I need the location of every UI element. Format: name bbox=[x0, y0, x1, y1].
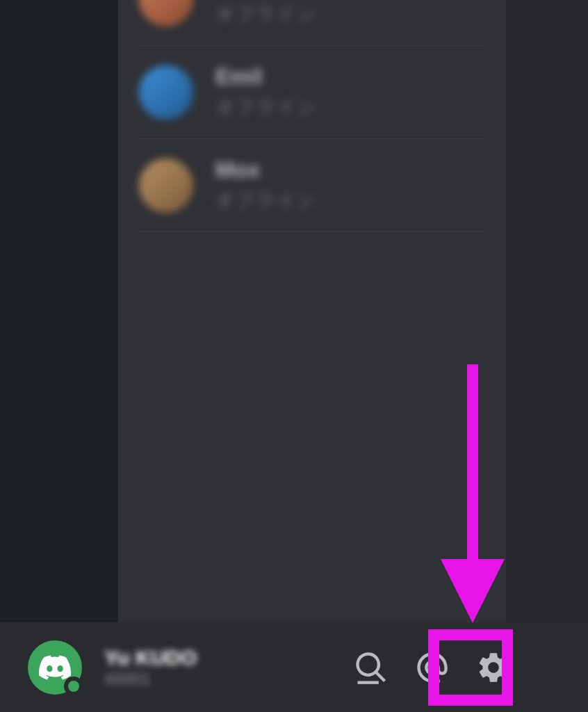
user-info[interactable]: Yu KUDO #0001 bbox=[104, 646, 197, 689]
online-status-dot bbox=[64, 677, 83, 696]
dm-avatar bbox=[139, 65, 193, 120]
list-divider bbox=[139, 138, 485, 139]
dm-status: オフライン bbox=[215, 94, 316, 120]
server-rail bbox=[0, 0, 118, 622]
current-user-tag: #0001 bbox=[104, 670, 197, 689]
dm-status: オフライン bbox=[215, 1, 316, 27]
svg-rect-0 bbox=[358, 681, 379, 683]
dm-item[interactable]: User オフライン bbox=[118, 0, 506, 40]
dm-item[interactable]: Emil オフライン bbox=[118, 51, 506, 133]
dm-avatar bbox=[139, 0, 193, 26]
search-icon bbox=[353, 649, 389, 686]
search-button[interactable] bbox=[352, 648, 391, 687]
dm-item[interactable]: Mox オフライン bbox=[118, 145, 506, 226]
dm-username: Emil bbox=[215, 64, 316, 90]
current-username: Yu KUDO bbox=[104, 646, 197, 670]
user-panel: Yu KUDO #0001 bbox=[0, 622, 588, 712]
list-divider bbox=[139, 232, 485, 232]
dm-username: Mox bbox=[215, 157, 316, 183]
at-icon bbox=[414, 649, 450, 686]
user-avatar-wrap[interactable] bbox=[28, 640, 82, 695]
settings-button[interactable] bbox=[474, 648, 513, 687]
gear-icon bbox=[475, 649, 512, 686]
dm-status: オフライン bbox=[215, 187, 316, 213]
dm-list-panel[interactable]: User オフライン Emil オフライン Mox オフライン bbox=[118, 0, 506, 622]
user-toolbar bbox=[352, 622, 513, 712]
dm-avatar bbox=[139, 159, 193, 213]
main-content-peek bbox=[506, 0, 588, 622]
list-divider bbox=[139, 45, 485, 46]
mentions-button[interactable] bbox=[413, 648, 452, 687]
